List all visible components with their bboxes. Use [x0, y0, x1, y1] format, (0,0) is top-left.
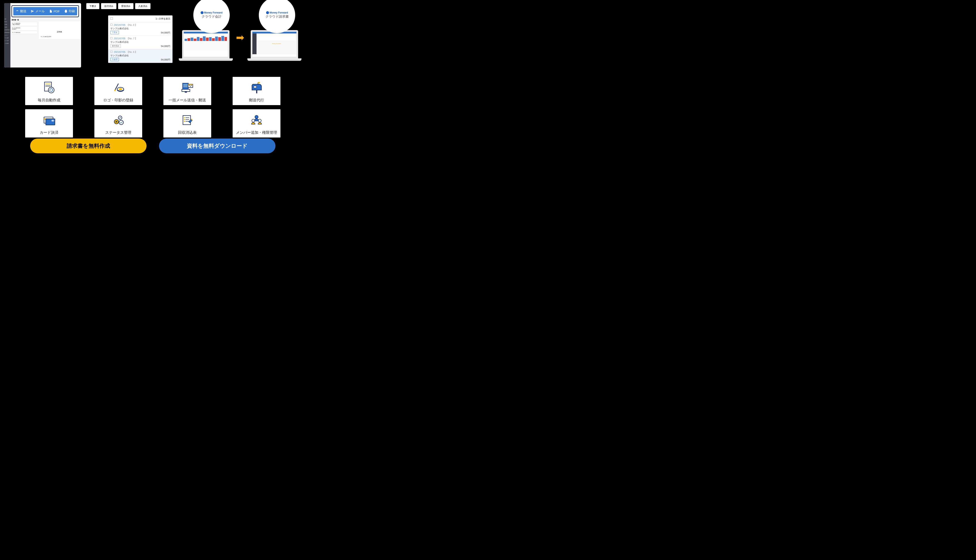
row-status: 送付済み	[110, 44, 121, 48]
print-icon	[64, 10, 68, 13]
arrow-right-icon: ➡	[236, 32, 244, 43]
mini-list-item[interactable]: サンプル株式会社	[11, 31, 37, 34]
row-date: 2021/07/05	[114, 37, 125, 40]
svg-point-10	[53, 120, 55, 122]
feature-card: メンバー追加・権限管理	[232, 109, 281, 138]
feature-card: カード決済	[25, 109, 73, 138]
svg-point-11	[114, 90, 116, 91]
svg-point-31	[184, 119, 185, 120]
list-count: 1～3 件を表示	[156, 17, 170, 20]
mini-list-item[interactable]: サンプル株式会社 54,000円	[11, 27, 37, 30]
invoice-list-row[interactable]: 2021/07/05【No. 8 】 サンプル株式会社 下書き 54,000円	[108, 22, 172, 36]
status-list-panel: 下書き送付済み受領済み入金済み 1～3 件を表示 2021/07/05【No. …	[87, 3, 172, 63]
status-tab[interactable]: 入金済み	[135, 3, 150, 9]
row-no: 【No. 7 】	[127, 37, 137, 40]
status-icon	[96, 112, 140, 128]
pdf-button[interactable]: PDF	[49, 10, 60, 13]
members-icon	[234, 112, 279, 128]
badge-sub-accounting: クラウド会計	[202, 15, 222, 19]
feature-card: 郵送代行	[232, 77, 281, 105]
svg-point-29	[184, 117, 185, 118]
svg-rect-37	[258, 82, 260, 83]
invoice-list-row[interactable]: 2021/07/05【No. 6 】 サンプル株式会社 入金済 54,000円	[108, 49, 172, 63]
mini-list-item[interactable]: サンプル株式会社下書き 54,000円	[11, 22, 37, 26]
print-button[interactable]: 印刷	[64, 9, 75, 13]
mini-bar-chart	[184, 33, 228, 42]
mf-mini-logo: Money Forward	[257, 41, 296, 46]
svg-rect-24	[182, 89, 190, 92]
invoice-preview: 請求書 サンプル株式会社 御中	[39, 22, 80, 39]
sidebar-item[interactable]: レポート	[4, 34, 10, 37]
cta-row: 請求書を無料作成 資料を無料ダウンロード	[0, 138, 306, 153]
preview-sender: サンプル株式会社 御中	[40, 35, 79, 38]
status-tab[interactable]: 送付済み	[101, 3, 116, 9]
select-all-checkbox[interactable]	[110, 17, 113, 20]
badge-accounting: Money Forward クラウド会計	[193, 0, 230, 33]
feature-label: カード決済	[27, 130, 71, 135]
invoice-list-card: 1～3 件を表示 2021/07/05【No. 8 】 サンプル株式会社 下書き…	[108, 15, 172, 63]
sidebar-item[interactable]: 案件管理作成	[4, 31, 10, 34]
sidebar-item[interactable]: 領収書	[4, 26, 10, 28]
pdf-label: PDF	[53, 10, 60, 13]
feature-label: 回収消込表	[165, 130, 209, 135]
row-no: 【No. 8 】	[127, 24, 137, 26]
card-icon	[27, 112, 71, 128]
row-company: サンプル株式会社	[110, 40, 170, 43]
badge-invoice: Money Forward クラウド請求書	[259, 0, 295, 33]
svg-point-41	[258, 119, 261, 122]
feature-card: 一括メール送信・郵送	[164, 77, 211, 105]
svg-point-33	[184, 121, 185, 122]
feature-label: 郵送代行	[234, 98, 279, 103]
sidebar-item[interactable]: 取引先	[4, 20, 10, 23]
feature-label: 毎月自動作成	[27, 98, 71, 103]
mf-logo: Money Forward	[266, 11, 288, 14]
svg-rect-38	[256, 90, 257, 93]
sidebar-item[interactable]: カード決済	[4, 39, 10, 42]
row-amount: 54,000円	[161, 58, 170, 61]
badge-sub-invoice: クラウド請求書	[266, 15, 289, 19]
cta-create-invoice[interactable]: 請求書を無料作成	[30, 138, 147, 153]
checklist-icon	[165, 112, 209, 128]
bulk-mail-icon	[165, 80, 209, 95]
send-icon	[31, 10, 34, 13]
invoice-app-screenshot: 郵送 メール PDF 印刷 管理取引先請求書領収書販売管理台帳案件管理作成レポー…	[4, 3, 81, 68]
row-company: サンプル株式会社	[110, 27, 170, 30]
svg-rect-27	[188, 84, 193, 85]
sidebar-item[interactable]: マスタ管理	[4, 37, 10, 39]
status-tabs: 下書き送付済み受領済み入金済み	[86, 3, 172, 9]
svg-rect-25	[185, 92, 187, 92]
preview-doc-title: 請求書	[40, 29, 79, 35]
post-icon	[16, 10, 19, 13]
list-title: 請求書一覧	[11, 18, 80, 22]
email-button[interactable]: メール	[31, 9, 45, 13]
mail-post-button[interactable]: 郵送	[16, 9, 27, 13]
feature-label: ロゴ・印影の登録	[96, 98, 140, 103]
invoice-list-row[interactable]: 2021/07/05【No. 7 】 サンプル株式会社 送付済み 54,000円	[108, 36, 172, 49]
status-tab[interactable]: 受領済み	[118, 3, 134, 9]
row-no: 【No. 6 】	[127, 51, 137, 53]
feature-grid: 毎月自動作成 カード決済 ロゴ・印影の登録 ステータス管理 一括メール送信・郵送…	[0, 68, 306, 140]
app-main-area: 請求書一覧 サンプル株式会社下書き 54,000円サンプル株式会社 54,000…	[10, 18, 81, 68]
feature-label: ステータス管理	[96, 130, 140, 135]
app-sidebar-nav: 管理取引先請求書領収書販売管理台帳案件管理作成レポートマスタ管理カード決済その他…	[4, 18, 10, 45]
sidebar-item[interactable]: 販売管理台帳	[4, 28, 10, 31]
status-tab[interactable]: 下書き	[86, 3, 99, 9]
sidebar-item[interactable]: 請求書	[4, 23, 10, 26]
svg-point-14	[119, 88, 122, 90]
list-header: 1～3 件を表示	[108, 16, 172, 22]
feature-label: 一括メール送信・郵送	[165, 98, 209, 103]
laptop-invoice: Money Forward	[247, 30, 301, 63]
svg-point-19	[119, 120, 123, 125]
svg-point-40	[252, 119, 255, 122]
laptop-accounting	[179, 30, 233, 63]
sidebar-item[interactable]: 管理	[4, 18, 10, 20]
sidebar-item[interactable]: その他連携	[4, 42, 10, 45]
row-checkbox[interactable]	[110, 24, 112, 26]
row-date: 2021/07/05	[114, 24, 125, 26]
row-checkbox[interactable]	[110, 51, 112, 53]
feature-card: 毎月自動作成	[25, 77, 73, 105]
integration-panel: Money Forward クラウド会計 Money Forward クラウド請…	[179, 3, 301, 63]
feature-label: メンバー追加・権限管理	[234, 130, 279, 135]
row-checkbox[interactable]	[110, 37, 112, 39]
cta-download-docs[interactable]: 資料を無料ダウンロード	[159, 138, 276, 153]
